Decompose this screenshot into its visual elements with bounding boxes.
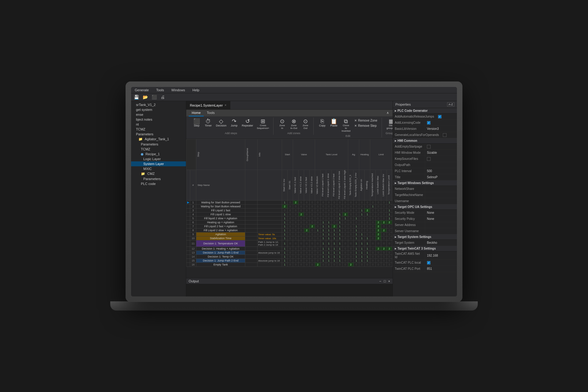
ribbon-btn-zone-in-out[interactable]: ⊗ ZoneIn-Out [288,118,299,130]
data-cell[interactable]: 1 [337,224,343,228]
toolbar-btn-1[interactable]: 💾 [132,94,141,100]
data-cell[interactable]: 2 [310,224,315,228]
data-cell[interactable]: 0 [370,255,376,259]
data-cell[interactable]: 1 [365,259,370,263]
data-cell[interactable]: 2 [376,236,381,240]
data-cell[interactable]: 1 [359,259,365,263]
data-cell[interactable]: 0 [293,247,299,251]
ribbon-btn-zone-out[interactable]: ⊙ ZoneOut [300,118,311,130]
ribbon-btn-decision[interactable]: ◇ Decision [214,118,228,128]
data-cell[interactable]: 0 [315,224,321,228]
data-cell[interactable]: 0 [392,251,393,255]
data-cell[interactable]: 1 [337,217,343,221]
data-cell[interactable]: 0 [370,259,376,263]
ribbon-btn-paste[interactable]: 📋 Paste [328,118,339,133]
data-cell[interactable]: 1 [354,236,359,240]
data-cell[interactable]: 0 [370,221,376,224]
data-cell[interactable]: 1 [365,251,370,255]
data-cell[interactable]: 0 [321,209,326,213]
data-cell[interactable]: 0 [343,259,348,263]
sidebar-item-0[interactable]: srTank_V1_2 [131,102,186,107]
data-cell[interactable]: 0 [293,209,299,213]
data-cell[interactable]: 1 [321,259,326,263]
data-cell[interactable]: 0 [392,236,393,240]
data-cell[interactable]: 0 [299,201,304,205]
data-cell[interactable]: 0 [293,251,299,255]
data-cell[interactable]: 0 [343,228,348,232]
data-cell[interactable]: 0 [365,221,370,224]
data-cell[interactable]: 1 [359,240,365,247]
data-cell[interactable]: 1 [365,236,370,240]
prop-section-header[interactable]: ▸Target TwinCAT 3 Settings [393,246,457,251]
data-cell[interactable]: 0 [354,263,359,267]
data-cell[interactable]: 2 [299,213,304,217]
data-cell[interactable]: 1 [282,247,288,251]
data-cell[interactable]: 0 [343,240,348,247]
sidebar-item-cmz[interactable]: 📁 CMZ [131,171,186,176]
ribbon-tab-tools[interactable]: Tools [204,110,218,116]
prop-section-header[interactable]: ▸Target Windows Settings [393,180,457,186]
data-cell[interactable]: 0 [293,224,299,228]
data-cell[interactable]: 0 [348,228,354,232]
prop-value[interactable]: 192.168 [425,251,457,259]
data-cell[interactable]: 0 [387,232,392,236]
data-cell[interactable]: 1 [354,240,359,247]
sidebar-item-logic-layer[interactable]: Logic Layer [131,156,186,161]
data-cell[interactable]: 1 [337,221,343,224]
data-cell[interactable]: 0 [293,236,299,240]
data-cell[interactable]: 0 [310,263,315,267]
prop-checkbox[interactable] [427,145,431,149]
data-cell[interactable]: 0 [315,255,321,259]
data-cell[interactable]: 0 [392,255,393,259]
data-cell[interactable]: 0 [370,224,376,228]
menu-tools[interactable]: Tools [155,88,165,92]
data-cell[interactable]: 0 [288,251,293,255]
data-cell[interactable]: 0 [321,213,326,217]
prop-value[interactable]: Sizable [425,150,457,156]
data-cell[interactable]: 0 [299,205,304,209]
data-cell[interactable]: 1 [365,255,370,259]
prop-value[interactable]: Version3 [425,126,457,132]
data-cell[interactable]: 0 [293,240,299,247]
data-cell[interactable]: 1 [282,236,288,240]
data-cell[interactable]: 2 [376,228,381,232]
data-cell[interactable]: 0 [310,205,315,209]
data-cell[interactable]: 0 [288,255,293,259]
data-cell[interactable]: 0 [348,247,354,251]
data-cell[interactable]: 1 [359,255,365,259]
data-cell[interactable]: 1 [387,217,392,221]
data-cell[interactable]: 0 [304,201,310,205]
data-cell[interactable]: 2 [387,221,392,224]
data-cell[interactable]: 2 [376,224,381,228]
data-cell[interactable]: 2 [348,263,354,267]
ribbon-btn-timer[interactable]: ⏱ Timer [203,118,214,128]
data-cell[interactable]: 0 [387,228,392,232]
data-cell[interactable]: 1 [321,224,326,228]
data-cell[interactable]: 0 [288,228,293,232]
prop-value[interactable] [425,222,457,228]
data-cell[interactable]: 1 [387,209,392,213]
data-cell[interactable]: 0 [304,259,310,263]
table-row[interactable]: 10Stabilization TimeTimer value: 10s1000… [187,236,393,240]
data-cell[interactable]: 0 [376,255,381,259]
data-cell[interactable]: 0 [365,228,370,232]
data-cell[interactable]: 0 [293,213,299,217]
prop-value[interactable]: ✓ [425,260,457,266]
data-cell[interactable]: 0 [332,201,337,205]
data-cell[interactable]: 0 [288,224,293,228]
data-cell[interactable]: 1 [326,251,332,255]
data-cell[interactable]: 0 [288,213,293,217]
data-cell[interactable]: 0 [348,240,354,247]
prop-value[interactable] [425,192,457,198]
data-cell[interactable]: 0 [299,251,304,255]
data-cell[interactable]: 0 [304,224,310,228]
sidebar-item-5[interactable]: TCMZ [131,127,186,132]
data-cell[interactable]: 0 [370,213,376,217]
data-cell[interactable]: 1 [282,228,288,232]
az-button[interactable]: A-Z [447,102,455,107]
data-cell[interactable]: 0 [304,247,310,251]
prop-checkbox[interactable] [443,133,447,137]
data-cell[interactable]: 0 [299,263,304,267]
ribbon-btn-zone-in[interactable]: ⊙ ZoneIn [277,118,288,130]
sidebar-item-plc-code[interactable]: PLC code [131,181,186,186]
